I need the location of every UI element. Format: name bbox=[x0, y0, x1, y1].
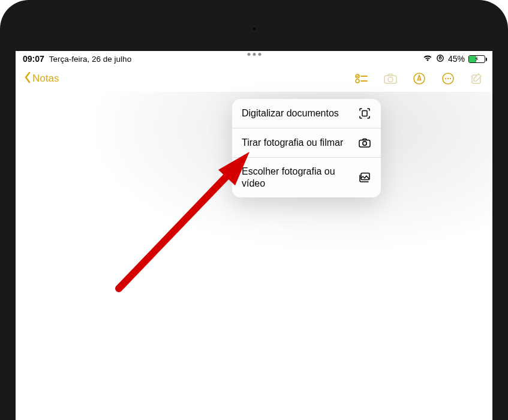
back-button[interactable]: Notas bbox=[24, 71, 59, 86]
menu-item-label: Escolher fotografia ou vídeo bbox=[242, 166, 351, 190]
photo-library-icon bbox=[358, 171, 371, 184]
front-camera bbox=[251, 25, 258, 32]
svg-point-13 bbox=[450, 78, 451, 79]
svg-line-19 bbox=[119, 167, 235, 289]
svg-point-12 bbox=[447, 78, 449, 79]
svg-rect-1 bbox=[439, 57, 441, 59]
back-label: Notas bbox=[32, 73, 59, 85]
rotation-lock-icon bbox=[436, 54, 444, 64]
battery-icon: ⚡︎ bbox=[468, 55, 485, 63]
svg-point-4 bbox=[356, 79, 359, 83]
status-bar: 09:07 Terça-feira, 26 de julho 45% bbox=[16, 51, 492, 65]
tablet-bezel: 09:07 Terça-feira, 26 de julho 45% bbox=[0, 0, 508, 420]
menu-item-label: Digitalizar documentos bbox=[242, 107, 351, 119]
checklist-icon[interactable] bbox=[354, 71, 369, 86]
menu-take-photo-video[interactable]: Tirar fotografia ou filmar bbox=[232, 128, 381, 158]
svg-point-17 bbox=[363, 142, 366, 145]
menu-choose-photo-video[interactable]: Escolher fotografia ou vídeo bbox=[232, 158, 381, 197]
camera-icon[interactable] bbox=[383, 71, 398, 86]
svg-point-11 bbox=[445, 78, 446, 79]
toolbar: Notas bbox=[16, 65, 492, 92]
svg-point-7 bbox=[388, 77, 393, 82]
camera-small-icon bbox=[358, 136, 371, 149]
camera-menu-popover: Digitalizar documentos Tirar fotografia … bbox=[232, 99, 381, 197]
wifi-icon bbox=[423, 54, 432, 64]
menu-scan-documents[interactable]: Digitalizar documentos bbox=[232, 99, 381, 128]
battery-percent: 45% bbox=[448, 54, 465, 64]
chevron-left-icon bbox=[24, 71, 31, 86]
status-date: Terça-feira, 26 de julho bbox=[49, 55, 131, 64]
menu-item-label: Tirar fotografia ou filmar bbox=[242, 137, 351, 149]
markup-icon[interactable] bbox=[412, 71, 426, 86]
compose-icon[interactable] bbox=[470, 71, 484, 86]
status-time: 09:07 bbox=[23, 54, 44, 64]
screen: 09:07 Terça-feira, 26 de julho 45% bbox=[16, 51, 492, 420]
multitask-dots-icon[interactable] bbox=[247, 53, 261, 56]
svg-rect-15 bbox=[362, 111, 367, 116]
scan-document-icon bbox=[358, 107, 371, 120]
more-icon[interactable] bbox=[441, 71, 455, 86]
